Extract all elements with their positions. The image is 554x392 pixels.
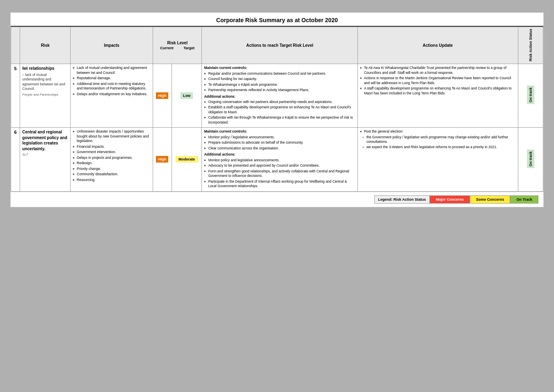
legend-label: Legend: Risk Action Status <box>374 195 430 204</box>
list-item: Partnership requirements reflected in Ac… <box>204 88 355 92</box>
list-item: Participate in the Department of Interna… <box>204 179 355 189</box>
page-wrapper: Corporate Risk Summary as at October 202… <box>10 12 544 207</box>
current-badge: High <box>156 92 168 99</box>
list-item: Redesign. <box>73 161 151 165</box>
list-item: Te Whakaminenga o Kāpiti work programme. <box>204 83 355 87</box>
current-badge: High <box>156 156 168 163</box>
legend-major: Major Concerns <box>430 195 470 204</box>
col-status: Risk Action Status <box>518 27 543 64</box>
current-risk-level: High <box>153 128 172 191</box>
list-item: Community dissatisfaction. <box>73 172 151 177</box>
status-cell: On track <box>518 64 543 128</box>
list-item: Prepare submissions to advocate on behal… <box>204 140 355 145</box>
additional-title: Additional actions: <box>204 94 355 99</box>
list-item: Ongoing conversation with Iwi partners a… <box>204 100 355 104</box>
list-item: Additional time and cost in meeting stat… <box>73 82 151 91</box>
list-item: Lack of mutual understanding and agreeme… <box>73 66 151 75</box>
list-item: Advocacy to be presented and approved by… <box>204 163 355 168</box>
risk-table: Risk Impacts Risk Level Current Target A… <box>11 27 543 192</box>
list-item: Post the general election: <box>360 129 516 134</box>
status-badge: On track <box>527 86 534 104</box>
legend-some: Some Concerns <box>470 195 511 204</box>
maintain-title: Maintain current controls: <box>204 129 355 134</box>
legend-area: Legend: Risk Action Status Major Concern… <box>11 192 543 207</box>
list-item: Regular and/or proactive communications … <box>204 71 355 76</box>
list-item: Actions in response to the Martin Jenkin… <box>360 76 516 85</box>
target-badge: Low <box>181 92 193 99</box>
list-item: we expect the 3-Waters and RMA legislati… <box>360 145 516 149</box>
list-item: Government intervention. <box>73 150 151 154</box>
update-list: Te Ati Awa Ki Whakarongotai Charitable T… <box>360 66 516 96</box>
row-number: 6 <box>11 128 20 191</box>
col-actions-update: Actions Update <box>357 27 518 64</box>
list-item: Council funding for Iwi capacity. <box>204 77 355 81</box>
status-cell: On track <box>518 128 543 191</box>
target-badge: Moderate <box>176 156 198 163</box>
list-item: Delays and/or misalignment on key initia… <box>73 92 151 96</box>
list-item: the Government policy / legislative work… <box>360 135 516 144</box>
col-risk: Risk <box>20 27 71 64</box>
list-item: Unforeseen disaster impacts / opportunit… <box>73 129 151 143</box>
risk-title: Central and regional government policy a… <box>22 129 68 151</box>
list-item: Financial impacts. <box>73 144 151 149</box>
list-item: Te Ati Awa Ki Whakarongotai Charitable T… <box>360 66 516 75</box>
impacts-list: Unforeseen disaster impacts / opportunit… <box>73 129 151 182</box>
col-risk-level: Risk Level Current Target <box>153 27 201 64</box>
maintain-list: Monitor policy / legislative announcemen… <box>204 135 355 151</box>
list-item: Resourcing. <box>73 178 151 182</box>
actions-update-cell: Te Ati Awa Ki Whakarongotai Charitable T… <box>357 64 518 128</box>
risk-cell: Central and regional government policy a… <box>20 128 71 191</box>
risk-category: People and Partnerships <box>22 93 68 97</box>
target-risk-level: Moderate <box>172 128 202 191</box>
list-item: Form and strengthen good relationships, … <box>204 169 355 179</box>
risk-subtitle: – lack of mutual understanding and agree… <box>22 73 68 92</box>
list-item: Establish a staff capability development… <box>204 105 355 115</box>
list-item: Reputational damage. <box>73 76 151 80</box>
risk-title: Iwi relationships <box>22 66 68 71</box>
list-item: Monitor policy / legislative announcemen… <box>204 135 355 140</box>
risk-cell: Iwi relationships – lack of mutual under… <box>20 64 71 128</box>
col-actions: Actions to reach Target Risk Level <box>202 27 358 64</box>
impacts-cell: Unforeseen disaster impacts / opportunit… <box>71 128 153 191</box>
list-item: Priority change. <box>73 167 151 171</box>
row-number: 5 <box>11 64 20 128</box>
impacts-cell: Lack of mutual understanding and agreeme… <box>71 64 153 128</box>
actions-cell: Maintain current controls:Monitor policy… <box>202 128 358 191</box>
col-impacts: Impacts <box>71 27 153 64</box>
list-item: Clear communication across the organisat… <box>204 146 355 151</box>
legend-track: On Track <box>510 195 538 204</box>
risk-category: SLT <box>22 153 68 157</box>
actions-update-cell: Post the general election:the Government… <box>357 128 518 191</box>
update-list: Post the general election:the Government… <box>360 129 516 149</box>
target-risk-level: Low <box>172 64 202 128</box>
maintain-list: Regular and/or proactive communications … <box>204 71 355 93</box>
impacts-list: Lack of mutual understanding and agreeme… <box>73 66 151 96</box>
status-badge: On track <box>527 150 534 168</box>
additional-list: Ongoing conversation with Iwi partners a… <box>204 100 355 125</box>
additional-list: Monitor policy and legislative announcem… <box>204 158 355 189</box>
col-number <box>11 27 20 64</box>
actions-cell: Maintain current controls:Regular and/or… <box>202 64 358 128</box>
current-risk-level: High <box>153 64 172 128</box>
list-item: Collaborate with Iwi through Te Whakamin… <box>204 115 355 125</box>
maintain-title: Maintain current controls: <box>204 66 355 70</box>
additional-title: Additional actions: <box>204 152 355 157</box>
list-item: Monitor policy and legislative announcem… <box>204 158 355 163</box>
list-item: A staff capability development programme… <box>360 86 516 96</box>
list-item: Delays in projects and programmes. <box>73 156 151 160</box>
report-title: Corporate Risk Summary as at October 202… <box>11 13 543 27</box>
